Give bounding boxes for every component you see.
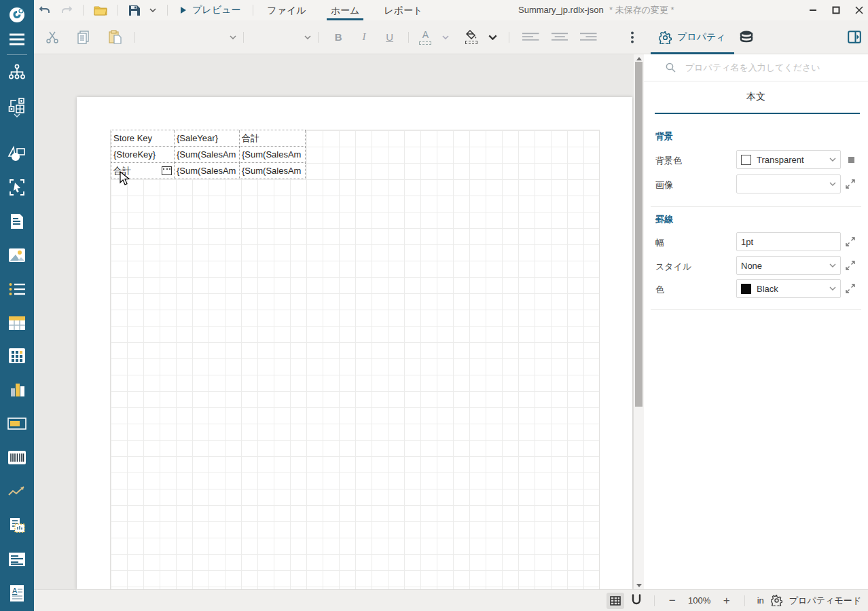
property-mode-button[interactable] [771,595,782,606]
table-cell[interactable]: {Sum(SalesAm [240,163,306,179]
color-swatch [741,284,751,294]
expand-editor-icon[interactable] [845,260,856,271]
undo-button[interactable] [34,0,56,20]
scroll-down-arrow[interactable] [634,581,644,589]
redo-button[interactable] [56,0,77,20]
italic-button[interactable]: I [351,31,377,43]
border-width-input[interactable]: 1pt [736,232,841,251]
border-color-dropdown[interactable]: Black [736,279,841,298]
paste-button[interactable] [103,24,126,51]
save-button[interactable] [124,0,144,20]
zoom-in-button[interactable]: + [721,594,732,608]
subreport-tool-icon[interactable] [0,512,34,539]
panel-toggle-icon [848,31,861,43]
tab-report[interactable]: レポート [376,0,431,20]
table-cell[interactable]: {Sum(SalesAm [175,163,240,179]
backcolor-dropdown[interactable]: Transparent [736,150,841,169]
shapes-tool-icon[interactable] [0,140,34,167]
expand-editor-icon[interactable] [845,179,856,189]
table-cell[interactable]: 合計 [240,130,306,147]
table-cell[interactable]: {Sum(SalesAm [240,147,306,163]
align-left-button[interactable] [522,32,539,43]
text-color-dropdown[interactable] [437,24,454,51]
bandedlist-tool-icon[interactable] [0,546,34,573]
right-panel-header: プロパティ [644,20,868,54]
table-cell[interactable]: {Sum(SalesAm [175,147,240,163]
border-style-dropdown[interactable]: None [736,256,841,275]
property-mode-label[interactable]: プロパティモード [789,595,861,607]
underline-button[interactable]: U [377,31,403,43]
copy-button[interactable] [72,24,95,51]
font-family-dropdown[interactable] [143,28,236,47]
titlebar-divider [253,5,253,16]
table-cell[interactable]: {StoreKey} [111,147,175,163]
barcode-tool-icon[interactable] [0,444,34,471]
text-color-button[interactable]: A [414,24,437,51]
save-dropdown-caret[interactable] [144,0,162,20]
bold-button[interactable]: B [325,31,351,43]
border-style-value: None [741,261,829,271]
align-center-button[interactable] [551,32,568,43]
report-explorer-icon[interactable] [0,58,34,86]
chart-tool-icon[interactable] [0,376,34,403]
fill-color-dropdown[interactable] [483,24,502,51]
fill-color-button[interactable] [460,24,483,51]
list-tool-icon[interactable] [0,276,34,303]
chevron-down-icon [829,158,836,162]
expand-editor-icon[interactable] [845,236,856,247]
minimize-button[interactable] [803,0,823,20]
design-table[interactable]: Store Key {SaleYear} 合計 {StoreKey} {Sum(… [111,130,306,179]
table-tool-icon[interactable] [0,310,34,337]
chevron-down-icon [230,35,236,39]
table-cell[interactable]: 合計 [111,163,175,179]
toolbar-overflow-button[interactable] [621,24,644,51]
table-cell[interactable]: Store Key [111,130,175,147]
tablix-tool-icon[interactable] [0,342,34,369]
property-search-input[interactable] [685,62,848,73]
border-width-value: 1pt [741,237,836,247]
tab-home[interactable]: ホーム [323,0,368,20]
format-toolbar: B I U A [34,20,644,54]
prop-label-width: 幅 [655,237,664,249]
prop-label-backcolor: 背景色 [655,155,682,167]
cut-button[interactable] [41,24,64,51]
align-right-button[interactable] [580,32,597,43]
collapse-panel-button[interactable] [848,31,861,46]
close-button[interactable] [849,0,868,20]
select-tool-icon[interactable] [0,174,34,201]
table-cell[interactable]: {SaleYear} [175,130,240,147]
selected-element-title: 本文 [644,91,868,103]
vertical-scrollbar[interactable] [634,54,644,589]
bullet-tool-icon[interactable] [0,410,34,437]
report-body-grid[interactable]: Store Key {SaleYear} 合計 {StoreKey} {Sum(… [110,130,600,589]
textbox-tool-icon[interactable] [0,208,34,235]
richtext-tool-icon[interactable]: A [0,580,34,607]
maximize-button[interactable] [826,0,846,20]
image-tool-icon[interactable] [0,242,34,269]
unit-selector[interactable]: in [757,595,764,606]
grid-toggle-button[interactable] [607,593,624,609]
property-search[interactable] [644,54,868,81]
expand-editor-icon[interactable] [845,283,856,294]
svg-text:A: A [12,587,18,595]
data-panel-button[interactable] [739,30,754,48]
table-select-adorner-icon[interactable] [162,166,172,175]
background-image-dropdown[interactable] [736,174,841,193]
font-size-dropdown[interactable] [251,28,312,47]
tab-properties[interactable]: プロパティ [651,20,734,54]
statusbar-divider [654,595,655,606]
design-canvas[interactable]: Store Key {SaleYear} 合計 {StoreKey} {Sum(… [34,54,644,589]
hamburger-menu-icon[interactable] [0,26,34,53]
tab-file[interactable]: ファイル [259,0,314,20]
sparkline-tool-icon[interactable] [0,478,34,505]
snap-toggle-button[interactable] [631,594,642,607]
magnet-icon [631,594,642,605]
zoom-out-button[interactable]: − [667,594,678,608]
backcolor-extra-button[interactable] [848,157,854,163]
open-file-button[interactable] [89,0,112,20]
toolbox-more-chevron-icon[interactable] [0,110,34,121]
report-page[interactable]: Store Key {SaleYear} 合計 {StoreKey} {Sum(… [77,97,632,589]
toolbar-divider [318,32,319,43]
preview-button[interactable]: プレビュー [173,0,247,20]
scrollbar-thumb[interactable] [635,62,643,407]
